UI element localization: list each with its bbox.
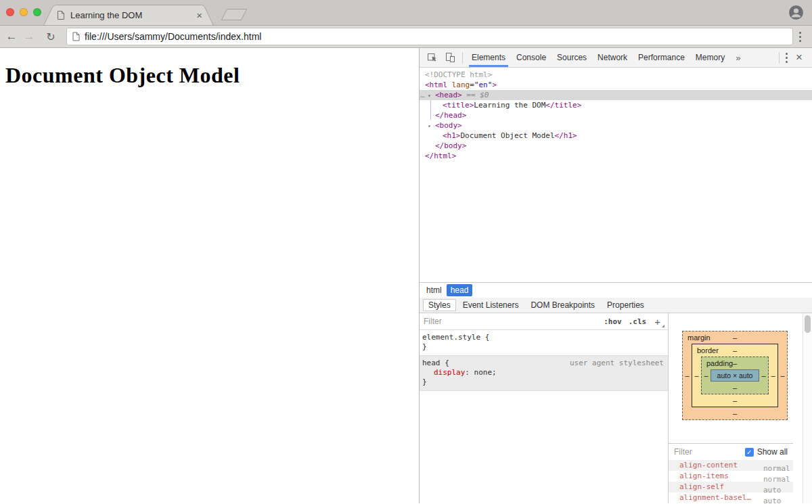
computed-property-name: align-content [679, 460, 763, 471]
page-heading: Document Object Model [5, 63, 419, 88]
margin-label: margin [687, 331, 710, 344]
tab-close-icon[interactable]: × [194, 10, 204, 20]
breadcrumb-html[interactable]: html [424, 284, 445, 296]
css-property-name[interactable]: display [434, 368, 465, 377]
dom-tree-line[interactable]: <title>Learning the DOM</title> [420, 100, 812, 110]
code-token: </head> [435, 111, 466, 120]
computed-property-row[interactable]: align-selfauto [669, 482, 793, 492]
code-token: $0 [480, 91, 489, 99]
dom-tree-line[interactable]: <html lang="en"> [420, 80, 812, 90]
devtools-toolbar: ElementsConsoleSourcesNetworkPerformance… [420, 48, 812, 68]
styles-filter-controls: :hov.cls+ [597, 316, 664, 327]
breadcrumb: htmlhead [420, 282, 812, 298]
sidebar-tab-event-listeners[interactable]: Event Listeners [457, 299, 524, 311]
box-model-border: border – – padding – [692, 344, 778, 407]
device-toolbar-icon[interactable] [441, 52, 459, 63]
code-token: </html> [425, 152, 456, 160]
computed-property-row[interactable]: alignment-basel…auto [669, 492, 793, 503]
padding-right-value[interactable]: – [759, 371, 768, 380]
breadcrumb-head[interactable]: head [447, 284, 473, 296]
sidebar-tab-dom-breakpoints[interactable]: DOM Breakpoints [525, 299, 600, 311]
close-window-button[interactable] [6, 8, 14, 16]
dom-tree-line[interactable]: </html> [420, 151, 812, 161]
dom-tree-line[interactable]: <h1>Document Object Model</h1> [420, 131, 812, 141]
computed-property-row[interactable]: align-contentnormal [669, 460, 793, 471]
dom-tree-line[interactable]: </head> [420, 110, 812, 120]
back-button[interactable]: ← [3, 30, 20, 43]
reload-button[interactable]: ↻ [42, 30, 60, 43]
devtools-tab-performance[interactable]: Performance [633, 48, 690, 67]
devtools-tab-memory[interactable]: Memory [690, 48, 730, 67]
new-tab-button[interactable] [221, 9, 248, 20]
css-property-value[interactable]: none; [474, 368, 497, 377]
more-panels-icon[interactable]: » [730, 53, 746, 63]
box-model-margin: margin – – border – [682, 331, 788, 420]
new-style-rule[interactable]: + [654, 316, 664, 327]
code-token: == [462, 91, 480, 99]
inspect-element-icon[interactable] [424, 52, 441, 63]
indent-guide [430, 100, 431, 120]
browser-toolbar: ← → ↻ file:///Users/sammy/Documents/inde… [0, 25, 812, 48]
border-right-value[interactable]: – [769, 371, 777, 380]
computed-property-name: align-self [679, 482, 763, 492]
toolbar-separator [779, 52, 780, 64]
element-classes[interactable]: .cls [629, 317, 647, 326]
minimize-window-button[interactable] [20, 8, 28, 16]
border-bottom-value[interactable]: – [692, 394, 777, 407]
browser-menu-icon[interactable] [799, 30, 801, 43]
brace: } [422, 342, 427, 351]
devtools-tab-console[interactable]: Console [511, 48, 551, 67]
sidebar-tabs: StylesEvent ListenersDOM BreakpointsProp… [420, 298, 812, 313]
code-token: <title> [443, 101, 474, 110]
code-token: <!DOCTYPE html> [425, 70, 492, 79]
devtools-tab-sources[interactable]: Sources [551, 48, 592, 67]
devtools-tab-network[interactable]: Network [592, 48, 633, 67]
stylesheet-origin: user agent stylesheet [570, 359, 665, 368]
metrics-pane: margin – – border – [669, 313, 812, 503]
browser-tab[interactable]: Learning the DOM × [43, 5, 214, 26]
dom-tree-line[interactable]: …▾<head> == $0 [420, 90, 812, 100]
code-token: <body> [435, 121, 462, 130]
expand-arrow-icon[interactable]: ▾ [428, 121, 435, 131]
show-all-label[interactable]: Show all [757, 447, 788, 457]
code-token: "en" [474, 81, 493, 89]
scrollbar-thumb[interactable] [805, 315, 811, 333]
scrollbar-track[interactable] [803, 313, 812, 503]
sidebar-tab-properties[interactable]: Properties [602, 299, 650, 311]
brace: } [422, 377, 427, 386]
computed-filter-input[interactable]: Filter [674, 447, 745, 457]
toggle-element-state[interactable]: :hov [604, 317, 622, 326]
styles-filter-input[interactable]: Filter [424, 317, 597, 326]
margin-right-value[interactable]: – [778, 371, 787, 380]
devtools-tab-elements[interactable]: Elements [466, 48, 511, 67]
code-token: </title> [545, 101, 581, 110]
code-token: Learning the DOM [474, 101, 545, 110]
css-selector[interactable]: element.style [422, 333, 480, 342]
margin-left-value[interactable]: – [683, 371, 692, 380]
code-token: </h1> [555, 131, 577, 140]
padding-label: padding [706, 357, 733, 369]
box-model-content[interactable]: auto × auto [710, 369, 759, 382]
url-text[interactable]: file:///Users/sammy/Documents/index.html [85, 31, 261, 42]
computed-property-row[interactable]: align-itemsnormal [669, 471, 793, 482]
show-all-checkbox[interactable]: ✓ [745, 448, 754, 457]
overflow-dots-icon: … [420, 90, 425, 100]
devtools-close-icon[interactable]: × [788, 51, 808, 64]
css-rules: element.style { } head { user agent styl… [420, 330, 668, 391]
sidebar-tab-styles[interactable]: Styles [423, 299, 456, 311]
border-left-value[interactable]: – [692, 371, 701, 380]
dom-tree-line[interactable]: </body> [420, 141, 812, 151]
computed-property-name: alignment-basel… [679, 492, 763, 503]
padding-bottom-value[interactable]: – [702, 382, 768, 394]
address-bar[interactable]: file:///Users/sammy/Documents/index.html [66, 28, 793, 45]
zoom-window-button[interactable] [33, 8, 41, 16]
expand-arrow-icon[interactable]: ▾ [428, 91, 435, 101]
padding-left-value[interactable]: – [702, 371, 710, 380]
profile-avatar-icon[interactable] [788, 5, 804, 23]
css-selector[interactable]: head [422, 359, 441, 367]
margin-bottom-value[interactable]: – [683, 407, 787, 419]
code-token: = [470, 81, 474, 89]
code-token: </body> [435, 141, 466, 150]
dom-tree-line[interactable]: <!DOCTYPE html> [420, 70, 812, 80]
dom-tree-line[interactable]: ▾<body> [420, 120, 812, 131]
